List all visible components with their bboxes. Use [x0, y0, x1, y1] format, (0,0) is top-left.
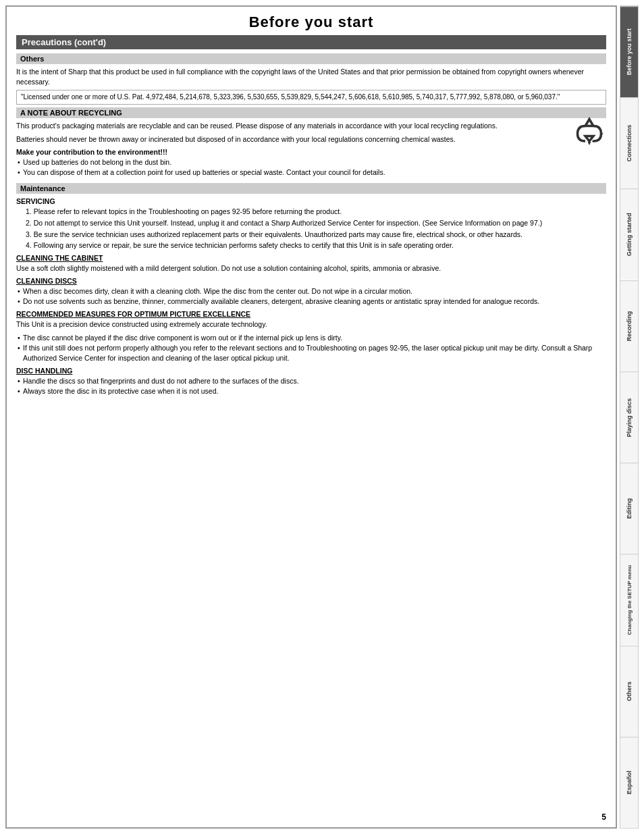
service-item-2: 2. Do not attempt to service this Unit y…: [16, 218, 606, 228]
recommended-intro: This Unit is a precision device construc…: [16, 319, 606, 330]
tab-setup-menu[interactable]: Changing the SETUP menu: [620, 554, 638, 645]
tab-getting-started[interactable]: Getting started: [620, 188, 638, 280]
tab-connections[interactable]: Connections: [620, 97, 638, 188]
cleaning-cabinet-header: CLEANING THE CABINET: [16, 254, 606, 262]
service-item-4: 4. Following any service or repair, be s…: [16, 240, 606, 251]
tab-before-you-start[interactable]: Before you start: [620, 6, 638, 97]
page-number: 5: [601, 812, 606, 822]
cleaning-cabinet-text: Use a soft cloth slightly moistened with…: [16, 263, 606, 273]
others-quoted: "Licensed under one or more of U.S. Pat.…: [16, 90, 606, 105]
service-item-1: 1. Please refer to relevant topics in th…: [16, 207, 606, 217]
recycling-paragraph2: Batteries should never be thrown away or…: [16, 134, 606, 145]
others-header: Others: [16, 53, 606, 64]
cleaning-discs-header: CLEANING DISCS: [16, 277, 606, 285]
recommended-bullet-1: The disc cannot be played if the disc dr…: [16, 333, 606, 343]
recycling-paragraph1: This product's packaging materials are r…: [16, 121, 606, 131]
tab-others[interactable]: Others: [620, 646, 638, 737]
tab-espanol[interactable]: Español: [620, 737, 638, 828]
recycle-bullet-1: Used up batteries do not belong in the d…: [16, 157, 606, 167]
cleaning-disc-bullet-1: When a disc becomes dirty, clean it with…: [16, 286, 606, 296]
tab-recording[interactable]: Recording: [620, 280, 638, 371]
page-title: Before you start: [16, 14, 606, 31]
side-tabs: Before you start Connections Getting sta…: [620, 5, 639, 829]
servicing-header: SERVICING: [16, 197, 606, 205]
disc-handling-header: DISC HANDLING: [16, 367, 606, 375]
main-content: Before you start Precautions (cont'd) Ot…: [5, 5, 617, 829]
recycle-bullet-2: You can dispose of them at a collection …: [16, 167, 606, 178]
maintenance-header: Maintenance: [16, 183, 606, 194]
others-paragraph1: It is the intent of Sharp that this prod…: [16, 67, 606, 86]
disc-handling-bullet-2: Always store the disc in its protective …: [16, 386, 606, 396]
tab-playing-discs[interactable]: Playing discs: [620, 371, 638, 463]
recommended-header: RECOMMENDED MEASURES FOR OPTIMUM PICTURE…: [16, 310, 606, 318]
recycling-header: A NOTE ABOUT RECYCLING: [16, 107, 606, 118]
disc-handling-bullet-1: Handle the discs so that fingerprints an…: [16, 376, 606, 386]
tab-editing[interactable]: Editing: [620, 463, 638, 554]
recommended-bullet-2: If this unit still does not perform prop…: [16, 343, 606, 363]
cleaning-disc-bullet-2: Do not use solvents such as benzine, thi…: [16, 296, 606, 307]
recycle-icon: [572, 114, 606, 148]
env-header: Make your contribution to the environmen…: [16, 148, 606, 156]
service-item-3: 3. Be sure the service technician uses a…: [16, 230, 606, 240]
subtitle: Precautions (cont'd): [16, 35, 606, 49]
